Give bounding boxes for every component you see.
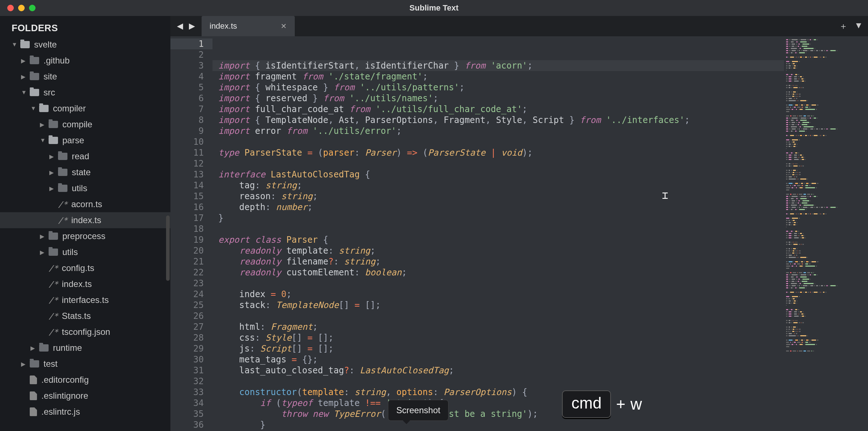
line-number: 5 xyxy=(170,82,204,93)
filetype-badge: /* xyxy=(49,328,58,337)
minimap-line xyxy=(786,218,866,219)
tab-close-icon[interactable]: ✕ xyxy=(281,22,287,30)
sidebar-scrollbar[interactable] xyxy=(166,216,170,281)
minimap-line xyxy=(786,165,866,167)
code-line: index = 0; xyxy=(212,289,784,300)
line-number: 18 xyxy=(170,223,204,234)
minimap-line xyxy=(786,196,866,197)
tab-dropdown-icon[interactable]: ▼ xyxy=(854,20,863,32)
nav-forward-icon[interactable]: ▶ xyxy=(187,20,197,32)
disclosure-arrow-icon[interactable]: ▶ xyxy=(49,153,56,160)
disclosure-arrow-icon[interactable]: ▶ xyxy=(21,57,28,64)
line-number: 4 xyxy=(170,71,204,82)
tree-item[interactable]: ▶preprocess xyxy=(0,228,170,244)
maximize-window-button[interactable] xyxy=(29,5,36,11)
folder-icon xyxy=(58,153,67,160)
tree-item-label: src xyxy=(44,87,55,98)
minimap-line xyxy=(786,226,866,228)
minimap-line xyxy=(786,272,866,274)
tree-item[interactable]: ▼compiler xyxy=(0,100,170,116)
minimap-line xyxy=(786,187,866,189)
line-number: 23 xyxy=(170,278,204,289)
code-content[interactable]: import { isIdentifierStart, isIdentifier… xyxy=(212,36,784,431)
line-number: 30 xyxy=(170,354,204,365)
minimap-line xyxy=(786,266,866,267)
file-icon xyxy=(30,407,37,416)
nav-back-icon[interactable]: ◀ xyxy=(175,20,185,32)
tree-item[interactable]: ▶site xyxy=(0,69,170,85)
tree-item[interactable]: ▼parse xyxy=(0,132,170,148)
tree-item[interactable]: ▶test xyxy=(0,356,170,372)
tree-item[interactable]: /*acorn.ts xyxy=(0,196,170,212)
tree-item[interactable]: ▶state xyxy=(0,164,170,180)
minimize-window-button[interactable] xyxy=(18,5,25,11)
new-tab-icon[interactable]: ＋ xyxy=(839,20,848,32)
line-number: 15 xyxy=(170,191,204,202)
tree-item[interactable]: ▶.github xyxy=(0,53,170,69)
minimap-line xyxy=(786,57,866,58)
line-number-gutter: 1234567891011121314151617181920212223242… xyxy=(170,36,212,431)
window-controls xyxy=(0,5,36,11)
tree-item[interactable]: /*interfaces.ts xyxy=(0,292,170,308)
tree-item[interactable]: ▶utils xyxy=(0,244,170,260)
tree-item-label: .eslintrc.js xyxy=(41,407,80,417)
disclosure-arrow-icon[interactable]: ▶ xyxy=(40,233,46,240)
tree-item[interactable]: ▼src xyxy=(0,85,170,100)
tree-item-label: runtime xyxy=(53,343,82,353)
tree-item[interactable]: .editorconfig xyxy=(0,372,170,388)
disclosure-arrow-icon[interactable]: ▶ xyxy=(40,121,46,128)
minimap-line xyxy=(786,194,866,195)
minimap-line xyxy=(786,59,866,60)
close-window-button[interactable] xyxy=(7,5,14,11)
minimap-line xyxy=(786,244,866,245)
tree-item[interactable]: ▼svelte xyxy=(0,37,170,53)
minimap-line xyxy=(786,231,866,232)
tree-item[interactable]: .eslintignore xyxy=(0,388,170,404)
titlebar: Sublime Text xyxy=(0,0,868,16)
minimap-line xyxy=(786,74,866,75)
line-number: 13 xyxy=(170,169,204,180)
code-line: import error from '../utils/error'; xyxy=(212,126,784,136)
minimap-line xyxy=(786,220,866,221)
disclosure-arrow-icon[interactable]: ▼ xyxy=(21,89,28,96)
disclosure-arrow-icon[interactable]: ▼ xyxy=(12,41,18,48)
minimap-line xyxy=(786,96,866,97)
tree-item-label: site xyxy=(44,71,57,82)
disclosure-arrow-icon[interactable]: ▶ xyxy=(40,249,46,256)
tree-item[interactable]: /*index.ts xyxy=(0,212,170,228)
tree-item[interactable]: ▶read xyxy=(0,148,170,164)
tree-item[interactable]: .eslintrc.js xyxy=(0,404,170,420)
minimap-line xyxy=(786,137,866,139)
tree-item[interactable]: ▶compile xyxy=(0,116,170,132)
tree-item[interactable]: /*index.ts xyxy=(0,276,170,292)
code-line: tag: string; xyxy=(212,180,784,191)
disclosure-arrow-icon[interactable]: ▼ xyxy=(30,105,37,112)
disclosure-arrow-icon[interactable]: ▶ xyxy=(30,345,37,352)
filetype-badge: /* xyxy=(58,200,68,209)
tab-active[interactable]: index.ts ✕ xyxy=(202,16,295,36)
minimap-line xyxy=(786,207,866,208)
minimap-line xyxy=(786,54,866,56)
tree-item[interactable]: ▶runtime xyxy=(0,340,170,356)
minimap[interactable] xyxy=(784,36,868,431)
disclosure-arrow-icon[interactable]: ▶ xyxy=(49,185,56,192)
file-icon xyxy=(30,391,37,400)
tree-item[interactable]: /*tsconfig.json xyxy=(0,324,170,340)
minimap-line xyxy=(786,139,866,141)
tree-item-label: test xyxy=(44,359,58,369)
minimap-line xyxy=(786,329,866,330)
code-line: type ParserState = (parser: Parser) => (… xyxy=(212,147,784,158)
tree-item-label: preprocess xyxy=(62,231,106,241)
disclosure-arrow-icon[interactable]: ▼ xyxy=(40,137,46,144)
line-number: 35 xyxy=(170,409,204,419)
tree-item[interactable]: ▶utils xyxy=(0,180,170,196)
tree-item[interactable]: /*Stats.ts xyxy=(0,308,170,324)
minimap-line xyxy=(786,192,866,193)
disclosure-arrow-icon[interactable]: ▶ xyxy=(21,73,28,80)
disclosure-arrow-icon[interactable]: ▶ xyxy=(49,169,56,176)
disclosure-arrow-icon[interactable]: ▶ xyxy=(21,361,28,368)
line-number: 25 xyxy=(170,300,204,311)
minimap-line xyxy=(786,276,866,278)
keycast-plus: + xyxy=(616,395,625,413)
tree-item[interactable]: /*config.ts xyxy=(0,260,170,276)
